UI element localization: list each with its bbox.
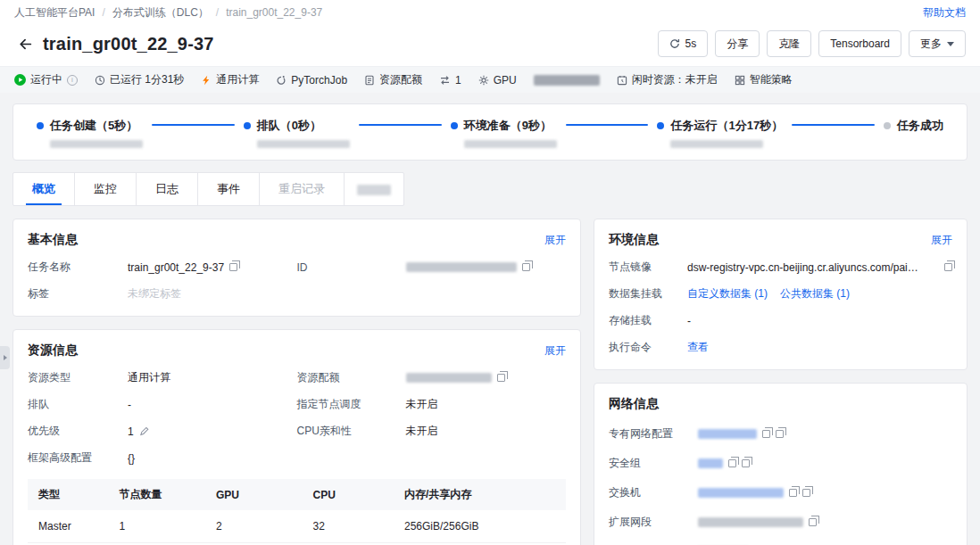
breadcrumb: 人工智能平台PAI / 分布式训练（DLC） / train_gr00t_22_… xyxy=(0,0,980,25)
status-chip: 运行中 i xyxy=(14,72,78,87)
custom-dataset-link[interactable]: 自定义数据集 (1) xyxy=(687,286,768,301)
timeline-connector xyxy=(359,124,442,126)
tab-events[interactable]: 事件 xyxy=(198,173,260,205)
header-actions: 5s 分享 克隆 Tensorboard 更多 xyxy=(658,30,966,57)
step-dot-done xyxy=(451,122,458,129)
step-label: 任务成功 xyxy=(897,118,943,134)
copy-icon[interactable] xyxy=(802,489,810,497)
node-image-label: 节点镜像 xyxy=(609,260,687,275)
tags-label: 标签 xyxy=(28,286,128,301)
tab-restart-records[interactable]: 重启记录 xyxy=(260,173,345,205)
basic-info-card: 基本信息 展开 任务名称 train_gr00t_22_9-37 ID xyxy=(12,219,581,317)
pytorch-icon xyxy=(276,75,287,86)
back-button[interactable] xyxy=(14,33,36,54)
step-label: 排队（0秒） xyxy=(257,118,321,134)
breadcrumb-item-pai[interactable]: 人工智能平台PAI xyxy=(14,5,95,21)
idle-resource-text: 闲时资源：未开启 xyxy=(632,72,718,87)
side-panel-collapse-handle[interactable] xyxy=(0,346,10,369)
resource-info-expand-link[interactable]: 展开 xyxy=(544,343,566,359)
redacted-vpc-link[interactable] xyxy=(698,429,757,439)
document-icon xyxy=(364,75,375,86)
help-doc-link[interactable]: 帮助文档 xyxy=(923,5,966,21)
step-dot-done xyxy=(37,122,44,129)
vswitch-label: 交换机 xyxy=(609,485,698,500)
copy-icon[interactable] xyxy=(742,459,750,467)
timeline-connector xyxy=(152,124,235,126)
col-memory: 内存/共享内存 xyxy=(394,479,566,510)
copy-icon[interactable] xyxy=(776,430,784,438)
priority-value: 1 xyxy=(128,425,134,438)
refresh-interval-label: 5s xyxy=(685,37,697,50)
cell-memory: 256GiB/256GiB xyxy=(394,510,566,543)
redacted-cidr-value xyxy=(698,517,803,527)
tab-overview[interactable]: 概览 xyxy=(13,173,75,205)
tensorboard-button[interactable]: Tensorboard xyxy=(818,30,901,57)
id-label: ID xyxy=(297,261,406,274)
smart-policy-text: 智能策略 xyxy=(750,72,793,87)
main-content: 任务创建（5秒） 排队（0秒） 环境准备（9秒） 任务运行（1分17秒） 任务成… xyxy=(0,93,980,545)
refresh-icon xyxy=(669,38,680,49)
env-info-expand-link[interactable]: 展开 xyxy=(931,233,952,248)
redacted-timestamp xyxy=(464,140,557,148)
framework-config-label: 框架高级配置 xyxy=(28,450,128,466)
copy-icon[interactable] xyxy=(809,518,817,526)
more-button[interactable]: 更多 xyxy=(909,30,966,57)
edit-pencil-icon[interactable] xyxy=(139,426,149,436)
copy-icon[interactable] xyxy=(728,459,736,467)
timeline-step-create: 任务创建（5秒） xyxy=(37,118,143,148)
tensorboard-label: Tensorboard xyxy=(830,37,890,50)
copy-icon[interactable] xyxy=(497,374,505,382)
runtime-chip: 已运行 1分31秒 xyxy=(95,72,184,87)
framework-config-value: {} xyxy=(128,452,135,465)
network-info-row: 交换机 xyxy=(609,485,952,500)
breadcrumb-item-dlc[interactable]: 分布式训练（DLC） xyxy=(112,5,209,21)
tab-logs[interactable]: 日志 xyxy=(137,173,198,205)
left-column: 基本信息 展开 任务名称 train_gr00t_22_9-37 ID xyxy=(12,219,581,545)
compute-type-chip: 通用计算 xyxy=(201,72,259,87)
clone-button[interactable]: 克隆 xyxy=(767,30,811,57)
command-label: 执行命令 xyxy=(609,340,687,355)
grid-icon xyxy=(735,75,745,86)
copy-icon[interactable] xyxy=(229,263,237,271)
copy-icon[interactable] xyxy=(762,430,770,438)
public-dataset-link[interactable]: 公共数据集 (1) xyxy=(780,286,850,301)
table-header-row: 类型 节点数量 GPU CPU 内存/共享内存 xyxy=(28,479,566,510)
copy-icon[interactable] xyxy=(944,263,952,271)
account-chip xyxy=(534,75,600,86)
copy-icon[interactable] xyxy=(522,263,530,271)
cell-cpu: 32 xyxy=(303,510,394,543)
quota-text: 资源配额 xyxy=(379,72,422,87)
queue-value: - xyxy=(128,399,131,411)
quota-chip: 资源配额 xyxy=(364,72,422,87)
share-button[interactable]: 分享 xyxy=(715,30,760,57)
view-command-link[interactable]: 查看 xyxy=(687,340,709,355)
env-info-row: 存储挂载 - xyxy=(609,313,952,328)
job-timeline: 任务创建（5秒） 排队（0秒） 环境准备（9秒） 任务运行（1分17秒） 任务成… xyxy=(12,103,968,161)
breadcrumb-separator: / xyxy=(102,6,104,19)
compute-type-text: 通用计算 xyxy=(216,72,259,87)
info-icon[interactable]: i xyxy=(67,75,78,86)
storage-mount-label: 存储挂载 xyxy=(609,313,687,328)
tab-monitor[interactable]: 监控 xyxy=(75,173,137,205)
copy-icon[interactable] xyxy=(789,489,797,497)
task-name-value: train_gr00t_22_9-37 xyxy=(128,261,224,274)
step-label: 任务创建（5秒） xyxy=(50,118,137,134)
breadcrumb-item-current: train_gr00t_22_9-37 xyxy=(226,6,322,19)
basic-info-row: 任务名称 train_gr00t_22_9-37 ID xyxy=(28,260,566,275)
redacted-security-group-link[interactable] xyxy=(698,458,723,468)
table-row: Master 1 2 32 256GiB/256GiB xyxy=(28,510,566,543)
timeline-step-success: 任务成功 xyxy=(884,118,943,134)
lightning-icon xyxy=(201,75,212,86)
refresh-interval-button[interactable]: 5s xyxy=(658,30,709,57)
replicas-chip: 1 xyxy=(439,74,461,87)
redacted-tab-badge xyxy=(357,185,391,195)
basic-info-expand-link[interactable]: 展开 xyxy=(544,233,566,248)
redacted-vswitch-link[interactable] xyxy=(698,488,784,498)
clock-icon xyxy=(95,75,105,86)
resource-info-title: 资源信息 xyxy=(28,343,78,359)
network-info-row: 专有网络配置 xyxy=(609,426,952,442)
idle-resource-chip: 闲时资源：未开启 xyxy=(617,72,718,87)
running-status-icon xyxy=(14,74,26,86)
detail-tabs: 概览 监控 日志 事件 重启记录 xyxy=(12,172,404,206)
timeline-connector xyxy=(792,124,875,126)
